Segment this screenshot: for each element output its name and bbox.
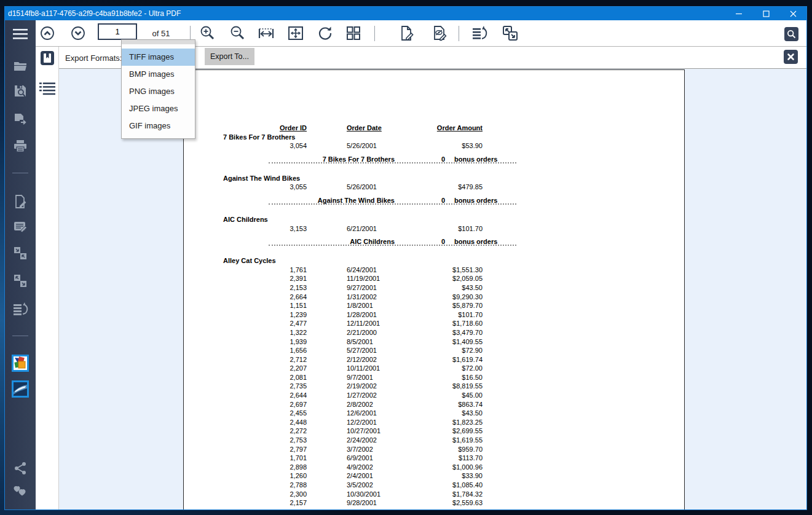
order-id: 2,300 xyxy=(184,490,307,499)
group-summary-row: 7 Bikes For 7 Brothers0bonus orders xyxy=(269,155,516,163)
image-converter-app-icon xyxy=(14,356,27,370)
export-to-button[interactable]: Export To... xyxy=(205,48,254,65)
close-icon xyxy=(787,53,795,61)
order-id: 2,153 xyxy=(184,283,307,293)
redact-page-button[interactable] xyxy=(429,23,450,44)
save-as-button[interactable] xyxy=(12,83,28,99)
order-date: 5/26/2001 xyxy=(347,183,377,192)
order-row: 2,1579/28/2001$2,559.63 xyxy=(184,498,528,508)
edit-page-icon xyxy=(398,25,415,42)
export-format-option[interactable]: TIFF images xyxy=(122,49,195,66)
order-id: 3,054 xyxy=(184,141,307,151)
extract-pages-button[interactable] xyxy=(12,301,28,317)
order-amount: $43.50 xyxy=(421,283,483,293)
zoom-out-button[interactable] xyxy=(227,23,248,44)
page-number-input[interactable] xyxy=(98,23,137,40)
order-date: 2/24/2002 xyxy=(347,436,377,445)
summary-group-name: 7 Bikes For 7 Brothers xyxy=(269,155,395,163)
order-amount: $5,879.70 xyxy=(421,301,483,310)
open-folder-icon xyxy=(13,58,28,73)
save-as-icon xyxy=(13,84,28,98)
export-format-option[interactable]: GIF images xyxy=(122,117,195,135)
summary-bonus-count: 0 xyxy=(416,238,445,246)
title-bar[interactable]: d1514fb8-a117-4765-a2f9-c4ba91b8bfe2 - U… xyxy=(5,7,806,20)
order-date: 3/5/2002 xyxy=(347,481,373,490)
column-header: Order ID xyxy=(184,124,307,133)
export-format-option[interactable]: PNG images xyxy=(122,83,195,100)
order-row: 2,6441/27/2002$45.00 xyxy=(184,391,528,400)
desktop: d1514fb8-a117-4765-a2f9-c4ba91b8bfe2 - U… xyxy=(0,0,812,515)
menu-button[interactable] xyxy=(12,26,28,42)
fit-page-button[interactable] xyxy=(285,23,306,44)
favorites-button[interactable] xyxy=(12,483,28,499)
annotate-button[interactable] xyxy=(12,219,28,235)
close-icon xyxy=(790,10,797,17)
zoom-in-icon xyxy=(199,25,216,42)
contents-list-tab[interactable] xyxy=(39,81,55,96)
order-row: 2,1539/27/2001$43.50 xyxy=(184,283,528,293)
order-amount: $1,551.30 xyxy=(421,265,483,275)
fit-page-icon xyxy=(287,25,304,42)
order-date: 2/19/2002 xyxy=(347,382,377,391)
order-date: 9/27/2001 xyxy=(347,283,377,293)
export-file-button[interactable] xyxy=(12,111,28,127)
summary-bonus-label: bonus orders xyxy=(454,238,497,246)
annotate-icon xyxy=(13,219,28,234)
print-button[interactable] xyxy=(12,138,28,154)
panel-tab-strip xyxy=(36,47,59,509)
split-pages-button[interactable] xyxy=(12,273,28,289)
order-row: 2,6972/8/2002$863.74 xyxy=(184,400,528,409)
order-row: 1,7016/9/2001$113.70 xyxy=(184,454,528,463)
customer-group-name: 7 Bikes For 7 Brothers xyxy=(223,133,528,142)
order-row: 1,1511/8/2001$5,879.70 xyxy=(184,301,528,310)
order-date: 1/8/2001 xyxy=(347,301,373,310)
order-row: 2,27210/27/2001$2,699.55 xyxy=(184,427,528,436)
fit-width-button[interactable] xyxy=(256,23,277,44)
rotate-button[interactable] xyxy=(315,23,336,44)
next-page-icon xyxy=(70,25,86,41)
order-id: 1,701 xyxy=(184,454,307,463)
order-date: 10/27/2001 xyxy=(347,427,380,436)
summary-group-name: Against The Wind Bikes xyxy=(269,197,395,205)
thumbnails-button[interactable] xyxy=(343,23,364,44)
maximize-button[interactable] xyxy=(752,7,779,20)
order-id: 2,455 xyxy=(184,409,307,418)
export-format-option[interactable]: BMP images xyxy=(122,66,195,83)
order-amount: $2,559.63 xyxy=(421,498,483,508)
order-row: 2,44812/2/2001$1,823.25 xyxy=(184,418,528,427)
order-date: 9/7/2001 xyxy=(347,373,373,382)
search-icon xyxy=(787,29,796,39)
order-row: 1,7616/24/2001$1,551.30 xyxy=(184,265,528,275)
edit-page-button[interactable] xyxy=(396,23,417,44)
order-id: 1,260 xyxy=(184,471,307,481)
split-pages-icon xyxy=(13,273,28,288)
bookmarks-tab[interactable] xyxy=(39,50,55,66)
zoom-in-button[interactable] xyxy=(197,23,218,44)
order-row: 2,45512/6/2001$43.50 xyxy=(184,409,528,418)
share-button[interactable] xyxy=(12,460,28,476)
export-format-option[interactable]: JPEG images xyxy=(122,100,195,117)
order-row: 2,0819/7/2001$16.50 xyxy=(184,373,528,382)
summary-bonus-label: bonus orders xyxy=(454,197,497,205)
order-date: 6/21/2001 xyxy=(347,224,377,234)
order-date: 1/31/2002 xyxy=(347,293,377,302)
convert-pages-button[interactable] xyxy=(500,23,521,44)
minimize-button[interactable] xyxy=(725,7,752,20)
order-amount: $43.50 xyxy=(421,409,483,418)
rotate-icon xyxy=(317,25,334,42)
close-button[interactable] xyxy=(779,7,806,20)
order-id: 1,322 xyxy=(184,328,307,337)
merge-pages-button[interactable] xyxy=(12,245,28,261)
export-bar-close-button[interactable] xyxy=(784,50,798,64)
search-button[interactable] xyxy=(784,27,798,41)
pdf-app-button[interactable] xyxy=(12,380,29,398)
sign-document-icon xyxy=(13,194,28,209)
reorder-pages-button[interactable] xyxy=(469,23,490,44)
order-date: 10/30/2001 xyxy=(347,490,380,499)
open-file-button[interactable] xyxy=(12,58,28,74)
next-page-button[interactable] xyxy=(68,23,89,44)
image-converter-app-button[interactable] xyxy=(12,355,29,372)
previous-page-button[interactable] xyxy=(37,23,58,44)
sign-document-button[interactable] xyxy=(12,194,28,210)
report-column-headers: Order ID Order Date Order Amount xyxy=(184,124,528,133)
